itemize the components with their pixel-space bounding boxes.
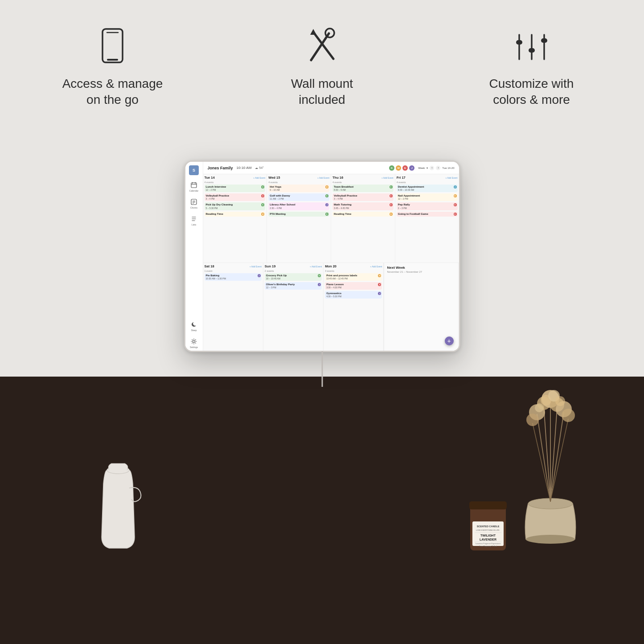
event-time: 10 – 10:45 AM bbox=[266, 277, 320, 280]
bottom-week-row: Sat 18 + Add Event 1 event Pie Baking 10… bbox=[203, 263, 459, 351]
family-name: Jones Family bbox=[208, 166, 233, 170]
app-logo: S bbox=[189, 165, 199, 175]
sidebar-lists-label: Lists bbox=[192, 223, 196, 226]
day-col-tue14: Tue 14 + Add Event 4 events Lunch Interv… bbox=[203, 174, 267, 263]
col-header-wed15: Wed 15 + Add Event bbox=[268, 176, 329, 180]
add-event-sat18[interactable]: + Add Event bbox=[250, 265, 262, 268]
event-pie-baking[interactable]: Pie Baking 10:30 AM – 1:30 PM J bbox=[205, 273, 262, 281]
day-col-thu16: Thu 16 + Add Event 4 events Team Breakfa… bbox=[331, 174, 395, 263]
add-event-fri17[interactable]: + Add Event bbox=[445, 176, 457, 179]
svg-line-5 bbox=[313, 32, 333, 59]
svg-rect-12 bbox=[541, 38, 547, 43]
calendar-app: S Calendar Chores Lists bbox=[185, 162, 459, 351]
event-dentist[interactable]: Dentist Appointment 9:30 – 10:30 AM J bbox=[397, 185, 458, 192]
event-gymnastics[interactable]: Gymnastics 4:30 – 5:30 PM J bbox=[325, 291, 382, 299]
event-dot: K bbox=[261, 185, 264, 189]
day-label-mon20: Mon 20 bbox=[325, 264, 336, 268]
event-dot: E bbox=[261, 194, 264, 197]
event-lunch-interview[interactable]: Lunch Interview 12 – 2 PM K bbox=[205, 185, 266, 192]
sidebar-item-settings[interactable]: Settings bbox=[190, 338, 198, 349]
event-math-tutoring[interactable]: Math Tutoring 3:45 – 4:45 PM E bbox=[332, 202, 394, 210]
event-print-labels[interactable]: Print and process labels 10:45 AM – 12:4… bbox=[325, 273, 382, 281]
sidebar-item-calendar[interactable]: Calendar bbox=[189, 181, 198, 192]
event-time: 12 – 2 PM bbox=[398, 197, 456, 200]
event-nail[interactable]: Nail Appointment 12 – 2 PM M bbox=[397, 193, 458, 201]
event-dot: M bbox=[378, 274, 381, 277]
add-event-mon20[interactable]: + Add Event bbox=[370, 265, 382, 268]
ceramic-pitcher bbox=[94, 457, 143, 555]
feature-manage: Access & manage on the go bbox=[57, 27, 168, 108]
event-reading-thu[interactable]: Reading Time M bbox=[332, 212, 394, 217]
svg-rect-10 bbox=[529, 48, 535, 53]
event-hot-yoga[interactable]: Hot Yoga 9 – 10 AM M bbox=[268, 185, 329, 192]
prev-week-button[interactable]: ‹ bbox=[430, 166, 434, 170]
add-event-thu16[interactable]: + Add Event bbox=[381, 176, 394, 179]
event-time: 3 – 4 PM bbox=[206, 197, 264, 200]
svg-text:LAVENDER: LAVENDER bbox=[480, 538, 496, 541]
avatar-m: M bbox=[396, 165, 401, 171]
event-grocery[interactable]: Grocery Pick Up 10 – 10:45 AM K bbox=[265, 273, 322, 281]
top-week-row: Tue 14 + Add Event 4 events Lunch Interv… bbox=[203, 174, 459, 263]
svg-rect-13 bbox=[191, 183, 197, 188]
sidebar-item-lists[interactable]: Lists bbox=[190, 215, 197, 226]
svg-point-56 bbox=[555, 396, 565, 406]
event-pep-rally[interactable]: Pep Rally 2 – 3 PM E bbox=[397, 202, 458, 210]
sidebar-item-chores[interactable]: Chores bbox=[190, 198, 197, 209]
add-event-wed15[interactable]: + Add Event bbox=[317, 176, 329, 179]
event-team-breakfast[interactable]: Team Breakfast 8:30 – 9 AM K bbox=[332, 185, 394, 192]
events-count-sun19: 2 events bbox=[265, 270, 322, 272]
event-volleyball-tue[interactable]: Volleyball Practice 3 – 4 PM E bbox=[205, 193, 266, 201]
event-piano[interactable]: Piano Lesson 3:30 – 4:30 PM E bbox=[325, 282, 382, 290]
smart-display-device: S Calendar Chores Lists bbox=[184, 160, 460, 352]
event-volleyball-thu[interactable]: Volleyball Practice 3 – 4 PM E bbox=[332, 193, 394, 201]
next-week-button[interactable]: › bbox=[436, 166, 440, 170]
app-header: Jones Family 10:10 AM ☁ 54° K M E J Week… bbox=[203, 162, 459, 174]
event-dot: J bbox=[318, 283, 321, 286]
add-event-fab[interactable]: + bbox=[445, 336, 454, 345]
events-count-tue14: 4 events bbox=[205, 181, 266, 184]
svg-point-53 bbox=[535, 403, 544, 412]
chevron-down-icon: ▾ bbox=[427, 166, 428, 169]
event-library[interactable]: Library After School 2:30 – 4 PM J bbox=[268, 202, 329, 210]
event-pta[interactable]: PTA Meeting K bbox=[268, 212, 329, 217]
week-label: Week bbox=[418, 167, 425, 169]
sidebar-item-sleep[interactable]: Sleep bbox=[190, 321, 197, 332]
col-header-sun19: Sun 19 + Add Event bbox=[265, 264, 322, 268]
event-football-game[interactable]: Going to Football Game E bbox=[397, 212, 458, 217]
event-time: 2:30 – 4 PM bbox=[270, 207, 328, 209]
sliders-icon bbox=[512, 27, 552, 67]
event-title: Piano Lesson bbox=[326, 283, 381, 286]
event-dot: J bbox=[325, 203, 328, 206]
event-dot: E bbox=[454, 213, 457, 216]
svg-point-51 bbox=[526, 414, 539, 426]
feature-wallmount-text: Wall mount included bbox=[291, 76, 353, 108]
week-navigation: Week ▾ ‹ › Tue 14-20 bbox=[418, 166, 454, 170]
col-header-mon20: Mon 20 + Add Event bbox=[325, 264, 382, 268]
add-event-tue14[interactable]: + Add Event bbox=[253, 176, 265, 179]
events-count-mon20: 3 events bbox=[325, 270, 382, 272]
event-title: Golf with Danny bbox=[270, 194, 328, 197]
event-dot: M bbox=[325, 185, 328, 189]
svg-text:SCENTED CANDLE: SCENTED CANDLE bbox=[477, 525, 500, 528]
event-birthday-party[interactable]: Oliver's Birthday Party 12 – 3 PM J bbox=[265, 282, 322, 290]
event-title: Volleyball Practice bbox=[206, 194, 264, 197]
svg-text:TWILIGHT: TWILIGHT bbox=[480, 534, 496, 537]
event-time: 9 – 10 AM bbox=[270, 189, 328, 191]
event-golf[interactable]: Golf with Danny 11 AM – 2 PM K bbox=[268, 193, 329, 201]
event-time: 11 AM – 2 PM bbox=[270, 197, 328, 200]
col-header-tue14: Tue 14 + Add Event bbox=[205, 176, 266, 180]
shelf-items: SCENTED CANDLE LOVE EVERYTHING IN LIFE. … bbox=[0, 377, 644, 644]
add-event-sun19[interactable]: + Add Event bbox=[310, 265, 322, 268]
event-time: 10:45 AM – 12:45 PM bbox=[326, 277, 381, 280]
event-time: 12 – 3 PM bbox=[266, 286, 320, 289]
day-label-sun19: Sun 19 bbox=[265, 264, 276, 268]
day-label-wed15: Wed 15 bbox=[268, 176, 280, 180]
event-dot: K bbox=[325, 213, 328, 216]
event-title: Oliver's Birthday Party bbox=[266, 283, 320, 286]
events-count-wed15: 4 events bbox=[268, 181, 329, 184]
event-reading-tue[interactable]: Reading Time M bbox=[205, 212, 266, 217]
day-label-fri17: Fri 17 bbox=[397, 176, 406, 180]
event-title: Pep Rally bbox=[398, 203, 456, 206]
event-dry-cleaning[interactable]: Pick Up Dry Cleaning 5 – 5:30 PM K bbox=[205, 202, 266, 210]
event-dot: J bbox=[258, 274, 261, 277]
